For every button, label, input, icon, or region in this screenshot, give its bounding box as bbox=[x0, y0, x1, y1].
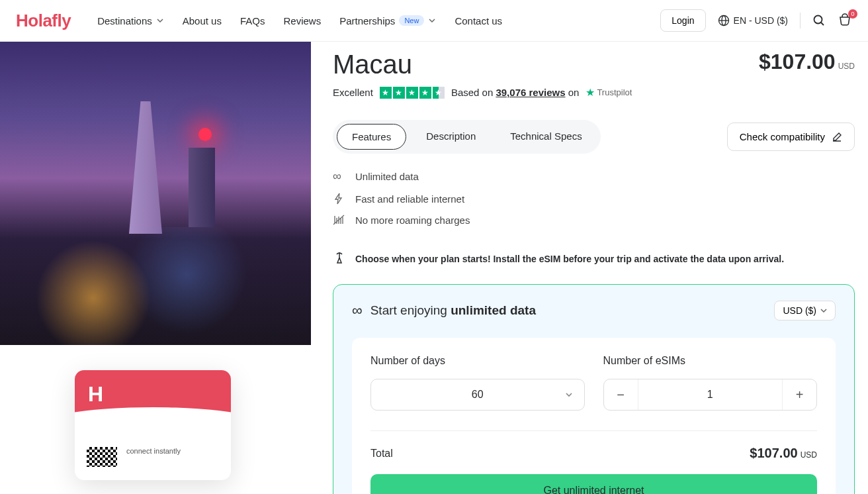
infinity-icon: ∞ bbox=[333, 170, 345, 183]
fields: Number of days 60 Number of eSIMs − 1 + bbox=[370, 355, 817, 411]
infinity-icon: ∞ bbox=[352, 302, 363, 319]
total-row: Total $107.00USD bbox=[370, 446, 817, 461]
header: Holafly Destinations About us FAQs Revie… bbox=[0, 0, 868, 42]
check-compatibility-button[interactable]: Check compatibility bbox=[727, 123, 855, 151]
divider bbox=[800, 13, 801, 28]
new-badge: New bbox=[399, 15, 424, 26]
product-details: Macau $107.00USD Excellent ★ ★ ★ ★ ★ Bas… bbox=[317, 42, 868, 494]
chevron-down-icon bbox=[564, 390, 574, 399]
total-price: $107.00USD bbox=[750, 446, 817, 461]
star-icon: ★ bbox=[380, 87, 392, 99]
feature-text: No more roaming charges bbox=[355, 215, 470, 226]
currency-selector[interactable]: USD ($) bbox=[774, 301, 836, 321]
product-image-column: H Scan the QR code and connect instantly bbox=[0, 42, 317, 494]
tab-description[interactable]: Description bbox=[412, 124, 490, 150]
tap-icon bbox=[333, 251, 346, 267]
stars: ★ ★ ★ ★ ★ bbox=[380, 87, 445, 99]
features-list: ∞ Unlimited data Fast and reliable inter… bbox=[333, 170, 855, 226]
price-value: $107.00 bbox=[759, 50, 836, 74]
esims-label: Number of eSIMs bbox=[603, 355, 818, 367]
nav-contact[interactable]: Contact us bbox=[455, 15, 502, 26]
days-label: Number of days bbox=[370, 355, 585, 367]
svg-point-2 bbox=[814, 16, 822, 24]
quantity-stepper: − 1 + bbox=[603, 379, 818, 411]
main-nav: Destinations About us FAQs Reviews Partn… bbox=[97, 15, 502, 26]
price-currency: USD bbox=[838, 62, 855, 71]
login-button[interactable]: Login bbox=[660, 9, 705, 32]
rating-label: Excellent bbox=[333, 87, 373, 98]
tab-features[interactable]: Features bbox=[337, 124, 406, 150]
main: H Scan the QR code and connect instantly… bbox=[0, 42, 868, 494]
nav-label: Destinations bbox=[97, 15, 152, 26]
sim-card-top: H bbox=[75, 370, 231, 427]
currency-label: USD ($) bbox=[783, 305, 816, 316]
tab-specs[interactable]: Technical Specs bbox=[496, 124, 596, 150]
tabs-row: Features Description Technical Specs Che… bbox=[333, 120, 855, 154]
edit-icon bbox=[832, 132, 842, 142]
star-half-icon: ★ bbox=[433, 87, 445, 99]
locale-selector[interactable]: EN - USD ($) bbox=[718, 15, 788, 26]
header-right: Login EN - USD ($) 0 bbox=[660, 9, 852, 32]
decrement-button[interactable]: − bbox=[604, 379, 638, 410]
logo[interactable]: Holafly bbox=[16, 11, 71, 31]
nav-faqs[interactable]: FAQs bbox=[240, 15, 265, 26]
bolt-icon bbox=[333, 193, 345, 205]
star-icon: ★ bbox=[393, 87, 405, 99]
chevron-down-icon bbox=[428, 17, 436, 25]
product-title: Macau bbox=[333, 50, 412, 79]
star-icon: ★ bbox=[406, 87, 418, 99]
feature-item: Fast and reliable internet bbox=[333, 193, 855, 205]
cart-button[interactable]: 0 bbox=[838, 13, 852, 28]
trustpilot-logo[interactable]: ★Trustpilot bbox=[586, 86, 632, 99]
callout-text: Choose when your plan starts! Install th… bbox=[355, 254, 784, 264]
days-value: 60 bbox=[472, 389, 484, 401]
nav-about[interactable]: About us bbox=[183, 15, 222, 26]
title-row: Macau $107.00USD bbox=[333, 50, 855, 79]
increment-button[interactable]: + bbox=[782, 379, 816, 410]
feature-item: No more roaming charges bbox=[333, 214, 855, 226]
button-label: Check compatibility bbox=[740, 131, 825, 142]
activation-callout: Choose when your plan starts! Install th… bbox=[333, 251, 855, 267]
total-label: Total bbox=[370, 448, 393, 460]
feature-text: Unlimited data bbox=[355, 171, 419, 182]
purchase-panel: ∞ Start enjoying unlimited data USD ($) … bbox=[333, 284, 855, 494]
nav-reviews[interactable]: Reviews bbox=[283, 15, 321, 26]
cart-count: 0 bbox=[848, 9, 857, 19]
nav-destinations[interactable]: Destinations bbox=[97, 15, 164, 26]
product-price: $107.00USD bbox=[759, 50, 855, 74]
nav-label: Partnerships bbox=[339, 15, 395, 26]
sim-card: H Scan the QR code and connect instantly bbox=[75, 370, 231, 480]
sim-logo: H bbox=[88, 382, 103, 407]
get-internet-button[interactable]: Get unlimited internet bbox=[370, 474, 817, 494]
panel-header: ∞ Start enjoying unlimited data USD ($) bbox=[352, 301, 836, 321]
feature-item: ∞ Unlimited data bbox=[333, 170, 855, 183]
star-icon: ★ bbox=[419, 87, 431, 99]
tabs: Features Description Technical Specs bbox=[333, 120, 601, 154]
nav-partnerships[interactable]: Partnerships New bbox=[339, 15, 436, 26]
trustpilot-star-icon: ★ bbox=[586, 86, 595, 99]
reviews-link[interactable]: 39,076 reviews bbox=[496, 87, 565, 98]
purchase-form: Number of days 60 Number of eSIMs − 1 + bbox=[352, 338, 836, 494]
panel-title: ∞ Start enjoying unlimited data bbox=[352, 302, 536, 319]
search-icon[interactable] bbox=[812, 14, 826, 27]
reviews-text: Based on 39,076 reviews on bbox=[451, 87, 580, 98]
quantity-value: 1 bbox=[638, 379, 783, 410]
days-field: Number of days 60 bbox=[370, 355, 585, 411]
divider bbox=[370, 430, 817, 431]
chevron-down-icon bbox=[156, 17, 164, 25]
feature-text: Fast and reliable internet bbox=[355, 193, 464, 205]
days-select[interactable]: 60 bbox=[370, 379, 585, 411]
locale-label: EN - USD ($) bbox=[734, 15, 788, 26]
globe-icon bbox=[718, 15, 730, 26]
esims-field: Number of eSIMs − 1 + bbox=[603, 355, 818, 411]
trustpilot-row: Excellent ★ ★ ★ ★ ★ Based on 39,076 revi… bbox=[333, 86, 855, 99]
hero-image bbox=[0, 42, 311, 345]
chevron-down-icon bbox=[820, 307, 827, 314]
no-roaming-icon bbox=[333, 214, 345, 226]
